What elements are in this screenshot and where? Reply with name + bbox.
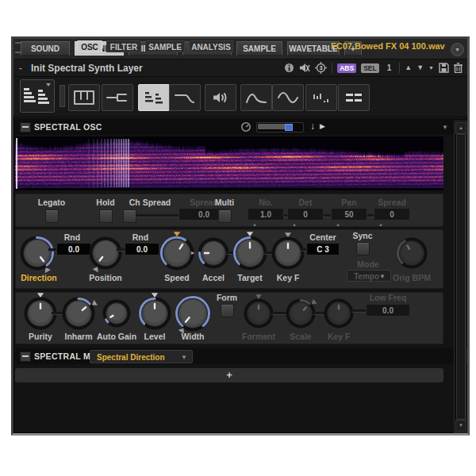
- formant-knob[interactable]: [244, 298, 274, 328]
- osc-dropdown-icon[interactable]: ▼: [442, 124, 448, 131]
- position-label: Position: [89, 273, 121, 282]
- speed-label: Speed: [164, 273, 190, 282]
- form-checkbox[interactable]: [221, 304, 234, 317]
- zone-type-button[interactable]: [20, 79, 55, 113]
- position-knob[interactable]: [89, 236, 122, 270]
- keyf-label: Key F: [277, 273, 300, 282]
- program-icon[interactable]: 3: [315, 62, 327, 74]
- tab-sample[interactable]: SAMPLE: [236, 41, 282, 56]
- layer-title: Init Spectral Synth Layer: [31, 63, 143, 74]
- flow-arrow: ▸: [191, 250, 194, 256]
- filter-tab[interactable]: FILTER: [106, 40, 141, 52]
- tab-sound[interactable]: SOUND: [21, 41, 70, 56]
- mode-dropdown[interactable]: Tempo▼: [347, 270, 391, 282]
- connector: [324, 214, 331, 217]
- orig-bpm-knob[interactable]: [396, 237, 428, 269]
- add-modulator-button[interactable]: +: [15, 368, 443, 382]
- unison-det-label: Det: [299, 198, 313, 207]
- move-up-icon[interactable]: ▲: [405, 64, 412, 71]
- direction-label: Direction: [21, 273, 57, 282]
- ch-spread-checkbox[interactable]: [123, 209, 136, 223]
- abs-badge[interactable]: ABS: [337, 63, 356, 73]
- inharm-knob[interactable]: [62, 297, 95, 330]
- auto-gain-knob[interactable]: [102, 299, 131, 328]
- mod-target-dropdown[interactable]: Spectral Direction▼: [90, 350, 193, 363]
- keyboard-icon: [74, 90, 94, 105]
- scroll-up-button[interactable]: ▲: [455, 122, 466, 134]
- unison-det-field[interactable]: 0: [287, 208, 324, 221]
- more-dropdown-icon[interactable]: ▼: [428, 65, 434, 71]
- level-knob[interactable]: [138, 297, 171, 330]
- collapse-osc-icon[interactable]: [20, 122, 31, 132]
- unison-spread-field[interactable]: 0: [374, 208, 410, 221]
- mute-icon[interactable]: [299, 63, 310, 73]
- pitch-button[interactable]: [102, 84, 133, 111]
- width-knob[interactable]: [175, 295, 211, 332]
- preview-volume-slider[interactable]: [256, 122, 304, 132]
- filter-curve-icon: [174, 91, 196, 104]
- inharm-label: Inharm: [64, 332, 92, 341]
- formant-label: Formant: [242, 332, 275, 341]
- envelope-button[interactable]: [240, 84, 272, 111]
- keyf2-label: Key F: [328, 332, 351, 341]
- sample-file-name[interactable]: FC07 Bowed FX 04 100.wav: [331, 41, 445, 51]
- list-rows-icon: [344, 91, 363, 104]
- legato-checkbox[interactable]: [45, 209, 59, 223]
- unison-pan-field[interactable]: 50: [331, 208, 367, 221]
- sel-badge[interactable]: SEL: [361, 63, 379, 73]
- sample-tab[interactable]: SAMPLE: [145, 40, 185, 52]
- unison-no-field[interactable]: 1.0: [248, 208, 284, 221]
- accel-knob[interactable]: [198, 237, 229, 269]
- scrollbar-thumb[interactable]: [456, 134, 466, 420]
- keyf2-knob[interactable]: [324, 298, 354, 328]
- chevron-down-icon: ▼: [181, 351, 187, 364]
- play-icon[interactable]: ▶: [320, 123, 325, 130]
- spectrogram-display[interactable]: [15, 136, 443, 190]
- info-icon[interactable]: [284, 63, 294, 73]
- analysis-tab[interactable]: ANALYSIS: [189, 40, 233, 52]
- hold-checkbox[interactable]: [99, 209, 113, 223]
- window-menu-button[interactable]: ▼: [451, 43, 464, 56]
- collapse-mod-icon[interactable]: [20, 351, 31, 362]
- spectral-zone-icon: [21, 80, 52, 110]
- sync-label: Sync: [352, 231, 372, 240]
- oscillator-button[interactable]: [138, 84, 170, 111]
- filter-button[interactable]: [169, 84, 201, 111]
- step-bars-icon: [311, 91, 332, 104]
- multi-checkbox[interactable]: [218, 209, 232, 223]
- keyf-knob[interactable]: [271, 236, 305, 270]
- download-arrow-icon[interactable]: ↓: [310, 121, 315, 131]
- center-field[interactable]: C 3: [306, 243, 340, 255]
- chevron-down-icon: ▼: [379, 271, 386, 282]
- zone-index: 1: [384, 63, 395, 72]
- move-down-icon[interactable]: ▼: [416, 64, 424, 71]
- field-marker: ▲: [336, 222, 340, 227]
- step-mod-button[interactable]: [305, 84, 337, 111]
- slider-handle[interactable]: [285, 124, 293, 131]
- lfo-button[interactable]: [272, 84, 304, 111]
- scroll-down-button[interactable]: ▼: [455, 420, 466, 432]
- sync-checkbox[interactable]: [356, 242, 370, 255]
- collapse-dash[interactable]: -: [19, 63, 22, 72]
- title-bar: - Init Spectral Synth Layer 3 ABS SEL 1 …: [13, 60, 467, 77]
- osc-tab[interactable]: OSC: [77, 40, 102, 52]
- matrix-button[interactable]: [338, 84, 370, 111]
- low-freq-field[interactable]: 0.0: [366, 304, 410, 317]
- target-knob[interactable]: [232, 236, 267, 271]
- direction-rnd-field[interactable]: 0.0: [56, 243, 91, 255]
- position-rnd-field[interactable]: 0.0: [125, 243, 159, 255]
- retrigger-icon[interactable]: [240, 121, 251, 132]
- width-label: Width: [181, 332, 204, 341]
- direction-knob[interactable]: [20, 236, 55, 271]
- direction-rnd-label: Rnd: [64, 232, 80, 242]
- spectral-osc-icon: [144, 90, 164, 106]
- spread-label: Spread: [190, 198, 218, 207]
- center-label: Center: [309, 232, 336, 242]
- speed-knob[interactable]: [159, 236, 194, 271]
- vertical-scrollbar[interactable]: ▲ ▼: [454, 121, 466, 433]
- scale-knob[interactable]: [286, 298, 316, 328]
- trash-icon[interactable]: [454, 63, 463, 73]
- save-icon[interactable]: [439, 63, 449, 73]
- keyboard-button[interactable]: [68, 84, 100, 111]
- amp-button[interactable]: [205, 84, 236, 111]
